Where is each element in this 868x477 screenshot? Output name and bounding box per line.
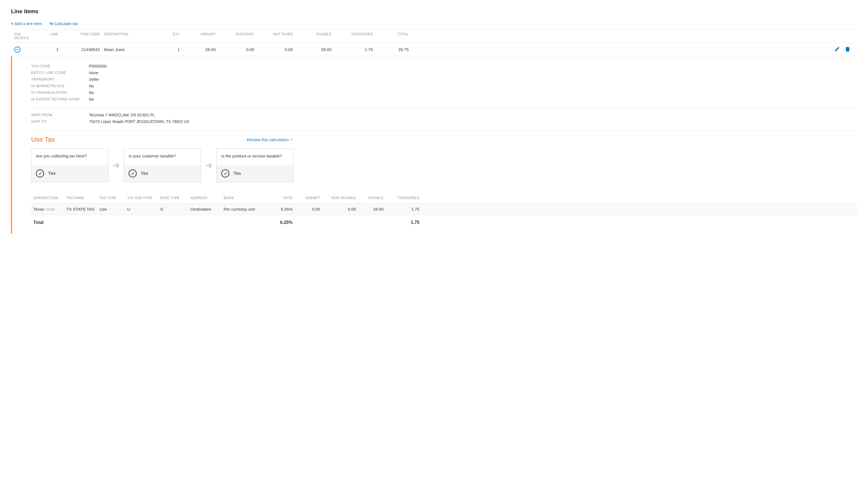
col-not-taxed: NOT TAXED bbox=[254, 32, 293, 40]
usetax-header: Use Tax Review this calculation bbox=[31, 136, 293, 144]
value-ship-to: 75470 Lopez Roads PORT JESSICATOWN, TX 7… bbox=[89, 119, 189, 124]
value-is-marketplace: No bbox=[89, 84, 94, 88]
jcell-tax-sub-type: U bbox=[127, 207, 160, 212]
col-item-code: ITEM CODE bbox=[58, 32, 100, 40]
detail-section-shipping: SHIP FROMTeczowa 7 WROCLAW, DS 53-601 PL… bbox=[31, 113, 857, 131]
plus-icon: + bbox=[11, 21, 13, 26]
card-answer-text: Yes bbox=[141, 171, 148, 176]
card-answer: Yes bbox=[124, 165, 201, 182]
jcol-tax-sub-type: TAX SUB TYPE bbox=[127, 196, 160, 200]
col-description: DESCRIPTION bbox=[100, 32, 155, 40]
jcell-taxes-fees: 1.75 bbox=[383, 207, 420, 212]
jcell-rate: 6.25% bbox=[271, 207, 292, 212]
jcol-address: ADDRESS bbox=[190, 196, 224, 200]
cell-line: 1 bbox=[31, 47, 58, 52]
jcol-basis: BASIS bbox=[224, 196, 271, 200]
jcell-rate-type: G bbox=[160, 207, 190, 212]
jcell-taxable: 28.00 bbox=[356, 207, 383, 212]
col-tax-details: TAX DETAILS bbox=[14, 32, 31, 40]
label-tax-code: TAX CODE bbox=[31, 64, 89, 68]
label-ship-to: SHIP TO bbox=[31, 119, 89, 124]
jcol-taxes-fees: TAXES/FEES bbox=[383, 196, 420, 200]
juris-header-row: JURISDICTION TAX NAME TAX TYPE TAX SUB T… bbox=[31, 193, 857, 203]
arrow-right-icon bbox=[112, 161, 121, 170]
jurisdiction-table: JURISDICTION TAX NAME TAX TYPE TAX SUB T… bbox=[31, 193, 857, 228]
label-ship-from: SHIP FROM bbox=[31, 113, 89, 117]
line-detail-panel: TAX CODEP0000000 ENTITY USE CODENone TRA… bbox=[11, 56, 857, 234]
chevron-right-icon bbox=[290, 138, 293, 141]
review-calculation-link[interactable]: Review this calculation bbox=[247, 137, 293, 142]
col-taxable: TAXABLE bbox=[293, 32, 332, 40]
jtotal-label: Total bbox=[33, 220, 66, 225]
col-discount: DISCOUNT bbox=[216, 32, 254, 40]
percent-icon: % bbox=[50, 22, 53, 26]
edit-icon[interactable] bbox=[834, 46, 840, 53]
jcol-rate-type: RATE TYPE bbox=[160, 196, 190, 200]
tax-card-collecting: Are you collecting tax here? Yes bbox=[31, 148, 108, 182]
check-circle-icon bbox=[36, 169, 44, 178]
check-circle-icon bbox=[128, 169, 137, 178]
juris-data-row: TexasState TX STATE TAX Use U G Destinat… bbox=[31, 203, 857, 215]
cell-description: Bean Juice bbox=[100, 47, 155, 52]
cell-taxable: 28.00 bbox=[293, 47, 332, 52]
label-is-triangulation: IS TRIANGULATION bbox=[31, 90, 89, 95]
add-line-item-label: Add a line item bbox=[14, 21, 42, 26]
jcol-jurisdiction: JURISDICTION bbox=[33, 196, 66, 200]
usetax-title: Use Tax bbox=[31, 136, 55, 144]
page-title: Line items bbox=[11, 8, 857, 14]
juris-total-row: Total 6.25% 1.75 bbox=[31, 215, 857, 228]
cell-qty: 1 bbox=[155, 47, 180, 52]
actions-bar: + Add a line item % Calculate tax bbox=[11, 21, 857, 26]
label-is-goods-second-hand: IS GOODS SECOND HAND bbox=[31, 97, 89, 101]
card-question: Is your customer taxable? bbox=[124, 149, 201, 165]
cell-not-taxed: 0.00 bbox=[254, 47, 293, 52]
add-line-item-link[interactable]: + Add a line item bbox=[11, 21, 42, 26]
detail-section-codes: TAX CODEP0000000 ENTITY USE CODENone TRA… bbox=[31, 64, 857, 108]
value-transport: Seller bbox=[89, 77, 99, 82]
jcol-tax-type: TAX TYPE bbox=[99, 196, 127, 200]
value-is-triangulation: No bbox=[89, 90, 94, 95]
col-line: LINE bbox=[31, 32, 58, 40]
label-is-marketplace: IS MARKETPLACE bbox=[31, 84, 89, 88]
col-amount: AMOUNT bbox=[180, 32, 216, 40]
line-items-table: TAX DETAILS LINE ITEM CODE DESCRIPTION Q… bbox=[11, 29, 857, 56]
jcol-exempt: EXEMPT bbox=[292, 196, 320, 200]
delete-icon[interactable] bbox=[845, 46, 850, 53]
value-entity-use-code: None bbox=[89, 71, 98, 75]
arrow-right-icon bbox=[204, 161, 213, 170]
value-is-goods-second-hand: No bbox=[89, 97, 94, 101]
cell-discount: 0.00 bbox=[216, 47, 254, 52]
jtotal-rate: 6.25% bbox=[271, 220, 292, 225]
card-question: Is the product or service taxable? bbox=[217, 149, 293, 165]
card-question: Are you collecting tax here? bbox=[31, 149, 108, 165]
table-header-row: TAX DETAILS LINE ITEM CODE DESCRIPTION Q… bbox=[11, 30, 857, 43]
cell-amount: 28.00 bbox=[180, 47, 216, 52]
table-row: 1 21438542 Bean Juice 1 28.00 0.00 0.00 … bbox=[11, 43, 857, 56]
col-total: TOTAL bbox=[373, 32, 409, 40]
jcell-address: Destination bbox=[190, 207, 224, 212]
jcol-rate: RATE bbox=[271, 196, 292, 200]
cell-item-code: 21438542 bbox=[58, 47, 100, 52]
jcol-non-taxable: NON-TAXABLE bbox=[320, 196, 356, 200]
jcell-basis: Per currency unit bbox=[224, 207, 271, 212]
value-tax-code: P0000000 bbox=[89, 64, 107, 68]
cell-total: 29.75 bbox=[373, 47, 409, 52]
jcell-tax-type: Use bbox=[99, 207, 127, 212]
calculate-tax-link[interactable]: % Calculate tax bbox=[50, 21, 78, 26]
jtotal-taxes-fees: 1.75 bbox=[383, 220, 420, 225]
jcol-tax-name: TAX NAME bbox=[66, 196, 99, 200]
jcol-taxable: TAXABLE bbox=[356, 196, 383, 200]
label-transport: TRANSPORT bbox=[31, 77, 89, 82]
usetax-cards: Are you collecting tax here? Yes Is your… bbox=[31, 148, 857, 182]
jcell-tax-name: TX STATE TAX bbox=[66, 207, 99, 212]
card-answer: Yes bbox=[31, 165, 108, 182]
card-answer-text: Yes bbox=[48, 171, 56, 176]
col-taxes-fees: TAXES/FEES bbox=[332, 32, 373, 40]
tax-card-product: Is the product or service taxable? Yes bbox=[216, 148, 293, 182]
jcell-exempt: 0.00 bbox=[292, 207, 320, 212]
tax-card-customer: Is your customer taxable? Yes bbox=[124, 148, 201, 182]
jcell-jurisdiction: TexasState bbox=[33, 207, 66, 212]
col-qty: QTY bbox=[155, 32, 180, 40]
collapse-icon[interactable] bbox=[14, 46, 21, 53]
review-calculation-label: Review this calculation bbox=[247, 137, 289, 142]
